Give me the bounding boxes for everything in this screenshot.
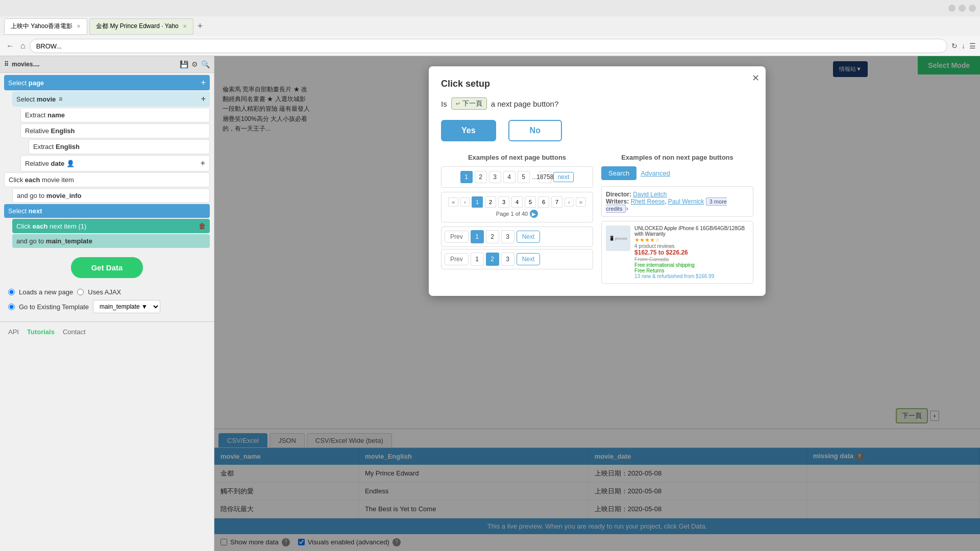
main-layout: ⠿ movies.... 💾 ⚙ 🔍 Select page + Select …: [0, 56, 980, 551]
dots-icon: ⠿: [4, 61, 9, 68]
get-data-button[interactable]: Get Data: [71, 257, 143, 278]
new-tab-button[interactable]: +: [198, 21, 203, 32]
save-icon[interactable]: 💾: [180, 60, 188, 68]
tab-close-icon[interactable]: ✕: [183, 23, 187, 29]
add-date-button[interactable]: +: [201, 159, 205, 168]
next-next-btn[interactable]: »: [576, 197, 586, 207]
pnum-5[interactable]: 5: [525, 196, 536, 208]
item-label: and go to main_template: [16, 237, 92, 245]
maximize-button[interactable]: [959, 5, 966, 12]
modal-close-button[interactable]: ✕: [752, 72, 760, 84]
uses-ajax-label: Uses AJAX: [88, 288, 121, 296]
go-to-template-radio[interactable]: [8, 304, 15, 310]
pnum2-3a[interactable]: 3: [501, 230, 514, 243]
item-label: Extract English: [33, 143, 80, 151]
menu-button[interactable]: ☰: [969, 42, 976, 50]
prev-btn[interactable]: ‹: [460, 197, 470, 207]
panel-title: movies....: [12, 61, 40, 68]
address-bar[interactable]: [30, 39, 947, 53]
next-btn-3a[interactable]: Next: [517, 231, 541, 243]
page-3[interactable]: 3: [489, 171, 501, 183]
contact-link[interactable]: Contact: [63, 328, 86, 336]
tab-prince-edward[interactable]: 金都 My Prince Edward · Yaho ✕: [89, 18, 193, 35]
click-movie-item[interactable]: Click each movie item: [4, 172, 210, 187]
extract-english-item[interactable]: Extract English: [29, 139, 210, 154]
select-movie-item[interactable]: Select movie ≡ +: [12, 91, 210, 107]
page-1[interactable]: 1: [460, 171, 473, 183]
pnum2-2b[interactable]: 2: [486, 253, 499, 266]
search-icon[interactable]: 🔍: [201, 60, 210, 68]
yes-button[interactable]: Yes: [441, 120, 496, 141]
pnum2-3b[interactable]: 3: [501, 253, 514, 266]
add-movie-button[interactable]: +: [201, 94, 206, 104]
add-page-button[interactable]: +: [201, 78, 206, 87]
tab-label: 上映中 Yahoo香港電影: [11, 22, 72, 31]
non-next-examples: Examples of non next page buttons Search…: [601, 154, 753, 284]
click-next-item[interactable]: Click each next item (1) 🗑: [12, 219, 210, 233]
panel-logo: ⠿ movies....: [4, 61, 40, 68]
shipping-info: Free international shipping: [634, 262, 749, 268]
back-button[interactable]: ←: [4, 39, 16, 53]
more-options-link[interactable]: 13 new & refurbished from $166.99: [634, 273, 749, 279]
modal-dialog: ✕ Click setup Is ↵ 下一頁 a next page butto…: [429, 66, 766, 296]
pnum-7[interactable]: 7: [551, 196, 562, 208]
next-examples-title: Examples of next page buttons: [441, 154, 593, 161]
loads-new-page-label: Loads a new page: [19, 288, 73, 296]
relative-english-item[interactable]: Relative English: [20, 123, 210, 138]
go-to-main-template-item[interactable]: and go to main_template: [12, 234, 210, 248]
go-to-movie-info-item[interactable]: and go to movie_info: [12, 188, 210, 203]
advanced-link[interactable]: Advanced: [641, 169, 670, 177]
tutorials-link[interactable]: Tutorials: [27, 328, 55, 336]
page-last[interactable]: 18758: [539, 171, 551, 183]
select-page-item[interactable]: Select page +: [4, 75, 210, 90]
right-panel: 情報站▼ Select Mode 倫索馬 荒率自部動畫長片 ★ 改 翻經典同名童…: [214, 56, 980, 551]
pnum2-1b[interactable]: 1: [471, 253, 484, 266]
writer1-link[interactable]: Rhett Reese: [630, 198, 665, 205]
pnum2-2a[interactable]: 2: [486, 230, 499, 243]
pnum-6[interactable]: 6: [538, 196, 549, 208]
expand-icon[interactable]: ›: [626, 205, 628, 212]
pnum-2[interactable]: 2: [485, 196, 496, 208]
template-select[interactable]: main_template ▼: [93, 300, 160, 313]
page-5[interactable]: 5: [518, 171, 530, 183]
extract-name-item[interactable]: Extract name: [20, 108, 210, 122]
pnum-4[interactable]: 4: [511, 196, 523, 208]
select-next-item[interactable]: Select next: [4, 204, 210, 218]
pnum2-1a[interactable]: 1: [471, 230, 484, 243]
page-4[interactable]: 4: [503, 171, 516, 183]
relative-date-item[interactable]: Relative date 👤 +: [20, 155, 210, 171]
no-button[interactable]: No: [508, 120, 562, 141]
pagination-example-3a: Prev 1 2 3 Next: [441, 227, 593, 247]
tab-yahoo-movies[interactable]: 上映中 Yahoo香港電影 ✕: [4, 18, 87, 35]
item-label: Relative date 👤: [25, 160, 75, 167]
next-btn[interactable]: ›: [565, 197, 574, 207]
refresh-button[interactable]: ↻: [951, 42, 958, 50]
prev-prev-btn[interactable]: «: [448, 197, 458, 207]
api-link[interactable]: API: [8, 328, 19, 336]
page-2[interactable]: 2: [475, 171, 487, 183]
delete-next-button[interactable]: 🗑: [199, 222, 206, 230]
page-next[interactable]: next: [553, 172, 574, 182]
item-label: Select movie: [16, 95, 56, 103]
product-price: $162.75 to $226.26: [634, 249, 749, 256]
prev-btn-3b[interactable]: Prev: [445, 253, 469, 265]
uses-ajax-radio[interactable]: [77, 289, 84, 295]
download-button[interactable]: ↓: [962, 42, 965, 50]
tab-close-icon[interactable]: ✕: [77, 23, 81, 29]
loads-new-page-radio[interactable]: [8, 289, 15, 295]
product-image: 📱phones: [606, 226, 630, 251]
writer2-link[interactable]: Paul Wernick: [668, 198, 704, 205]
next-btn-3b[interactable]: Next: [517, 253, 541, 265]
pnum-1[interactable]: 1: [472, 196, 483, 208]
home-button[interactable]: ⌂: [18, 39, 28, 53]
search-button-ex[interactable]: Search: [601, 166, 636, 180]
menu-icon[interactable]: ≡: [59, 95, 62, 103]
page-go-arrow[interactable]: ▶: [530, 210, 538, 218]
director-name-link[interactable]: David Leitch: [633, 191, 667, 198]
minimize-button[interactable]: [948, 5, 955, 12]
pnum-3[interactable]: 3: [498, 196, 509, 208]
settings-icon[interactable]: ⚙: [191, 60, 198, 68]
writers-row: Writers: Rhett Reese, Paul Wernick 3 mor…: [606, 198, 749, 212]
close-button[interactable]: [969, 5, 976, 12]
prev-btn-3a[interactable]: Prev: [445, 231, 469, 243]
